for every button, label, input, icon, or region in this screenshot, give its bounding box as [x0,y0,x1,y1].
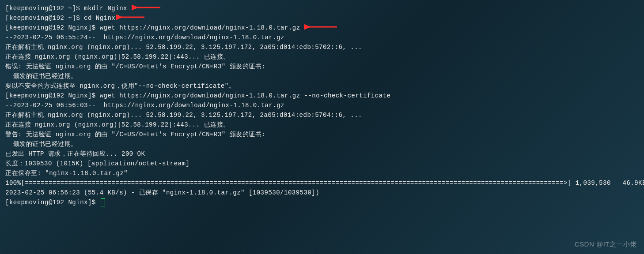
terminal-line: 正在解析主机 nginx.org (nginx.org)... 52.58.19… [5,110,639,120]
terminal-line: 正在解析主机 nginx.org (nginx.org)... 52.58.19… [5,42,639,52]
terminal-line: 警告: 无法验证 nginx.org 的由 "/C=US/O=Let's Enc… [5,130,639,139]
terminal-line: 正在保存至: "nginx-1.18.0.tar.gz" [5,168,639,178]
terminal-line: 2023-02-25 06:56:23 (55.4 KB/s) - 已保存 "n… [5,188,639,198]
terminal-line: --2023-02-25 06:55:24-- https://nginx.or… [5,33,639,42]
terminal-line: [keepmoving@192 Nginx]$ wget https://ngi… [5,23,639,33]
terminal-line: 正在连接 nginx.org (nginx.org)|52.58.199.22|… [5,52,639,62]
terminal-line: [keepmoving@192 ~]$ mkdir Nginx [5,4,639,13]
terminal-line: 要以不安全的方式连接至 nginx.org，使用"--no-check-cert… [5,81,639,91]
terminal-line: [keepmoving@192 ~]$ cd Nginx/ [5,13,639,23]
terminal-line: [keepmoving@192 Nginx]$ wget https://ngi… [5,91,639,101]
terminal-line: 正在连接 nginx.org (nginx.org)|52.58.199.22|… [5,120,639,130]
terminal-line: 颁发的证书已经过期。 [5,71,639,81]
terminal-line: 错误: 无法验证 nginx.org 的由 "/C=US/O=Let's Enc… [5,62,639,71]
cursor-icon [101,198,105,206]
terminal-line: 已发出 HTTP 请求，正在等待回应... 200 OK [5,149,639,159]
watermark-text: CSDN @IT之一小佬 [575,240,637,249]
terminal-prompt-line[interactable]: [keepmoving@192 Nginx]$ [5,198,639,207]
terminal-line: 颁发的证书已经过期。 [5,139,639,149]
terminal-line: 100%[===================================… [5,178,639,188]
terminal-line: --2023-02-25 06:56:03-- https://nginx.or… [5,101,639,110]
terminal-output[interactable]: [keepmoving@192 ~]$ mkdir Nginx [keepmov… [0,0,644,211]
terminal-prompt: [keepmoving@192 Nginx]$ [5,199,100,206]
terminal-line: 长度：1039530 (1015K) [application/octet-st… [5,159,639,168]
